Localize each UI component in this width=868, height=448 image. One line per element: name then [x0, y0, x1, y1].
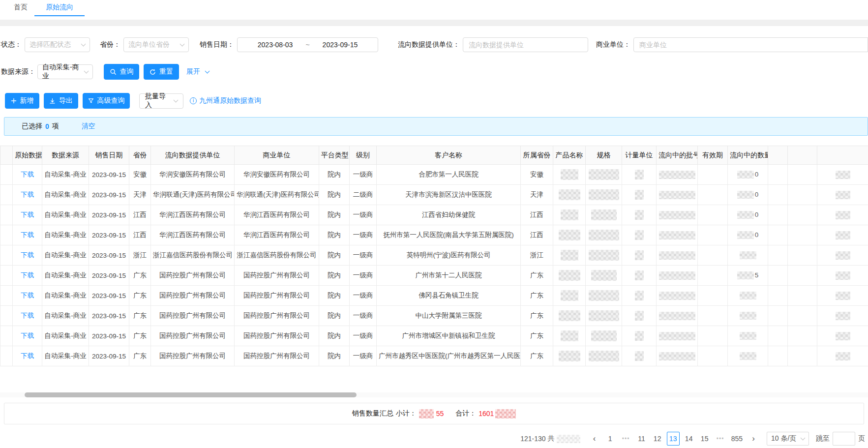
- clear-selection-link[interactable]: 清空: [82, 122, 95, 131]
- expand-link[interactable]: 展开: [186, 67, 209, 76]
- date-range-picker[interactable]: 2023-08-03 ~ 2023-09-15: [237, 37, 378, 52]
- cell-checkbox-cutoff: [0, 306, 13, 326]
- cell-business-unit: 华润安徽医药有限公司: [235, 165, 319, 185]
- cell-download[interactable]: 下载: [13, 225, 42, 245]
- cell-batch-redacted: [657, 346, 698, 366]
- chevron-down-icon: [180, 41, 185, 46]
- total-label: 合计：: [455, 409, 476, 418]
- page-size-select[interactable]: 10 条/页: [767, 432, 809, 446]
- cell-download[interactable]: 下载: [13, 245, 42, 266]
- cell-download[interactable]: 下载: [13, 165, 42, 185]
- pagination-page-855[interactable]: 855: [730, 432, 744, 446]
- pagination-page-1[interactable]: 1: [604, 432, 617, 446]
- cell-province: 广东: [129, 306, 151, 326]
- cell-quantity-redacted: [728, 326, 768, 346]
- cell-download[interactable]: 下载: [13, 205, 42, 225]
- selected-prefix: 已选择: [22, 122, 42, 131]
- cell-download[interactable]: 下载: [13, 306, 42, 326]
- cell-provider: 华润江西医药有限公司: [151, 205, 235, 225]
- data-source-select[interactable]: 自动采集-商业: [37, 64, 93, 79]
- pagination: 121-130 共 ‹1•••1112131415•••855› 10 条/页 …: [0, 431, 868, 446]
- download-link[interactable]: 下载: [21, 352, 34, 359]
- cell-download[interactable]: 下载: [13, 185, 42, 205]
- download-link[interactable]: 下载: [21, 191, 34, 198]
- download-link[interactable]: 下载: [21, 171, 34, 178]
- cell-cutoff: [788, 185, 817, 205]
- download-link[interactable]: 下载: [21, 211, 34, 218]
- cell-download[interactable]: 下载: [13, 266, 42, 286]
- scrollbar-thumb[interactable]: [25, 392, 357, 397]
- cell-expiry: [698, 306, 728, 326]
- pagination-next[interactable]: ›: [747, 432, 760, 446]
- cell-province: 广东: [129, 286, 151, 306]
- cell-level: 一级商: [350, 286, 377, 306]
- cell-customer-name: 中山大学附属第三医院: [377, 306, 521, 326]
- column-header-cutoff: [817, 146, 868, 165]
- pagination-prev[interactable]: ‹: [588, 432, 601, 446]
- cell-expiry: [698, 225, 728, 245]
- cell-business-unit: 华润江西医药有限公司: [235, 205, 319, 225]
- table-header-row: 原始数据数据来源销售日期省份流向数据提供单位商业单位平台类型级别客户名称所属省份…: [0, 146, 868, 165]
- cell-unit-redacted: [622, 185, 657, 205]
- table-row: 下载自动采集-商业2023-09-15广东国药控股广州有限公司国药控股广州有限公…: [0, 266, 868, 286]
- cell-level: 一级商: [350, 326, 377, 346]
- advanced-search-button[interactable]: 高级查询: [83, 93, 130, 109]
- search-icon: [110, 68, 117, 75]
- download-link[interactable]: 下载: [21, 292, 34, 299]
- status-label: 状态：: [1, 40, 22, 49]
- redacted-block: [589, 189, 619, 200]
- export-button[interactable]: 导出: [44, 93, 78, 109]
- cell-download[interactable]: 下载: [13, 346, 42, 366]
- redacted-block: [659, 352, 695, 360]
- download-link[interactable]: 下载: [21, 312, 34, 319]
- cell-province: 江西: [129, 205, 151, 225]
- redacted-block: [635, 170, 644, 179]
- redacted-block: [659, 312, 695, 320]
- redacted-block: [737, 211, 754, 219]
- cell-unit-redacted: [622, 165, 657, 185]
- province-select[interactable]: 流向单位省份: [123, 37, 189, 52]
- cell-spec-redacted: [586, 326, 622, 346]
- cell-customer-province: 安徽: [521, 165, 553, 185]
- cell-provider: 浙江嘉信医药股份有限公司: [151, 245, 235, 266]
- status-select[interactable]: 选择匹配状态: [25, 37, 90, 52]
- download-link[interactable]: 下载: [21, 271, 34, 279]
- download-link[interactable]: 下载: [21, 251, 34, 259]
- cell-download[interactable]: 下载: [13, 326, 42, 346]
- cell-customer-name: 广州市增城区中新镇福和卫生院: [377, 326, 521, 346]
- cell-cutoff-redacted: [817, 346, 868, 366]
- pagination-page-13[interactable]: 13: [667, 432, 680, 446]
- chevron-down-icon: [84, 68, 89, 73]
- cell-platform-type: 院内: [319, 205, 350, 225]
- add-button[interactable]: 新增: [5, 93, 39, 109]
- business-input[interactable]: [633, 37, 868, 52]
- search-button[interactable]: 查询: [104, 64, 139, 80]
- cell-spec-redacted: [586, 306, 622, 326]
- info-icon: i: [190, 97, 197, 104]
- pagination-ellipsis[interactable]: •••: [714, 432, 727, 446]
- download-link[interactable]: 下载: [21, 332, 34, 339]
- divider-strip: [0, 20, 868, 26]
- tab-raw-flow[interactable]: 原始流向: [46, 0, 73, 16]
- column-header: 流向中的数量: [728, 146, 768, 165]
- batch-import-dropdown[interactable]: 批量导入: [139, 93, 183, 109]
- pagination-page-14[interactable]: 14: [683, 432, 695, 446]
- provider-input[interactable]: [463, 37, 588, 52]
- tab-bar: 首页 原始流向: [0, 0, 868, 16]
- pagination-page-12[interactable]: 12: [651, 432, 664, 446]
- cell-business-unit: 国药控股广州有限公司: [235, 326, 319, 346]
- pagination-page-15[interactable]: 15: [698, 432, 711, 446]
- page-jump-input[interactable]: [833, 432, 855, 446]
- tab-home[interactable]: 首页: [14, 0, 28, 16]
- reset-button[interactable]: 重置: [144, 64, 179, 80]
- cell-product-name-redacted: [553, 185, 586, 205]
- filter-row-2: 数据来源： 自动采集-商业 查询 重置 展开: [0, 64, 868, 80]
- quantity-fragment: 5: [755, 271, 759, 279]
- download-link[interactable]: 下载: [21, 231, 34, 239]
- jzt-raw-data-link[interactable]: i 九州通原始数据查询: [190, 96, 261, 105]
- pagination-page-11[interactable]: 11: [635, 432, 648, 446]
- cell-cutoff: [768, 266, 788, 286]
- cell-download[interactable]: 下载: [13, 286, 42, 306]
- redacted-block: [559, 230, 580, 240]
- pagination-ellipsis[interactable]: •••: [620, 432, 632, 446]
